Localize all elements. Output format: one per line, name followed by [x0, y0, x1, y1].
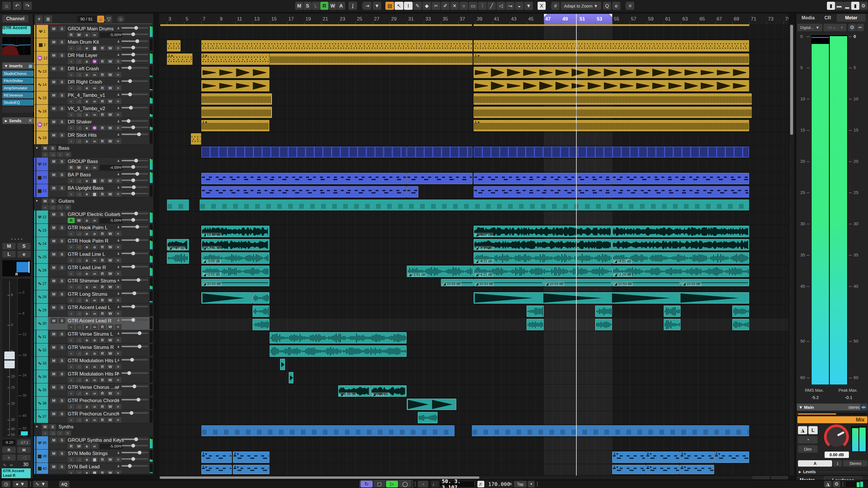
clip[interactable] [167, 40, 180, 52]
record-enable-button[interactable]: ● [68, 112, 75, 118]
mute-button[interactable]: M [50, 331, 57, 337]
track-row-vk-3-tambo-v2[interactable]: ∿16MSVK_3_Tambo_v2●◁e∞RW≡ [34, 105, 153, 118]
lane-gtr-prechorus-chords[interactable] [159, 398, 788, 411]
clip[interactable]: ◢ 10.53 dB [202, 279, 270, 286]
clip[interactable] [732, 305, 749, 317]
monitor-button[interactable]: ◁ [75, 178, 83, 184]
quantize-panel-button[interactable]: e [612, 2, 620, 10]
inserts-section-header[interactable]: ▼ Inserts ▣ [2, 62, 34, 69]
clip[interactable]: ◢ 12.46 dB [202, 239, 270, 250]
clip[interactable] [202, 107, 272, 118]
solo-button[interactable]: S [58, 385, 65, 390]
clip[interactable]: 1 ▾ [202, 54, 270, 65]
vertical-zoom-slider[interactable] [771, 476, 788, 479]
volume-slider[interactable] [117, 105, 148, 109]
read-button[interactable]: R [68, 32, 75, 38]
lanes-icon[interactable]: ≡ [115, 351, 122, 356]
listen-enable-button[interactable]: L [808, 426, 818, 434]
volume-knob[interactable] [128, 464, 132, 468]
write-button[interactable]: W [107, 284, 114, 290]
lane-gtr-verse-chorus-ar[interactable]: ◢ 9.99 dB◢ 9.99 dB [159, 385, 788, 398]
lane-gtr-lead-line-r[interactable]: ◢ -1.01 dB◢ -1.01 dB◢ -4.21 dB◢ -2.29 dB [159, 265, 788, 278]
monitor-button[interactable]: ◁ [75, 271, 83, 276]
volume-slider[interactable] [117, 225, 148, 229]
tempo-track-icon[interactable]: ♬ [477, 481, 484, 487]
record-enable-button[interactable]: ● [68, 271, 75, 276]
record-enable-button[interactable]: ● [68, 231, 75, 236]
write-button[interactable]: W [107, 191, 114, 197]
redo-button[interactable]: ↷ [23, 2, 32, 10]
write-button[interactable]: W [107, 99, 114, 104]
transport-options-icon[interactable]: ⋮ [414, 481, 416, 487]
read-button[interactable]: R [68, 444, 75, 449]
lane-group-main-drums[interactable] [159, 26, 788, 39]
solo-button[interactable]: S [58, 371, 65, 377]
clip[interactable] [474, 186, 749, 197]
lane-main-drum-kit[interactable] [159, 39, 788, 53]
cycle-button[interactable]: ↻ [361, 481, 373, 487]
solo-button[interactable]: S [49, 145, 56, 151]
levels-section-header[interactable]: ► Levels [798, 469, 816, 474]
read-button[interactable]: R [68, 165, 75, 170]
lane-gtr-modulation-hits-r[interactable] [159, 371, 788, 385]
edit-channel-button[interactable]: e [83, 99, 90, 104]
write-button[interactable]: W [75, 165, 83, 170]
monitor-button[interactable]: ◁ [49, 205, 56, 210]
sends-section-header[interactable]: ► Sends ⇱ [2, 118, 34, 124]
solo-button[interactable]: S [58, 318, 65, 324]
mute-button[interactable]: M [50, 437, 57, 443]
insert-slot-studioeq[interactable]: StudioEQ [2, 99, 34, 105]
mute-button[interactable]: M [42, 198, 49, 204]
folder-open-icon[interactable]: ▾ [36, 424, 38, 429]
group-edit-button[interactable]: = [57, 205, 64, 210]
mute-button[interactable]: M [50, 278, 57, 284]
read-button[interactable]: R [99, 311, 106, 316]
clip[interactable] [474, 93, 752, 105]
lanes-icon[interactable]: ≡ [115, 138, 122, 144]
preroll-button[interactable]: ◑ [418, 481, 428, 487]
stereo-icon[interactable]: ∞ [91, 218, 98, 223]
sampler-icon[interactable]: ♒ [91, 59, 98, 64]
volume-knob[interactable] [128, 79, 132, 83]
clip[interactable] [474, 107, 752, 118]
monitor-button[interactable]: ◁ [75, 404, 83, 410]
clip[interactable] [270, 332, 406, 344]
channel-config-icon[interactable]: ∞ [91, 297, 98, 303]
write-button[interactable]: W [107, 377, 114, 383]
volume-knob[interactable] [131, 252, 135, 255]
channel-config-icon[interactable]: ∞ [91, 324, 98, 330]
clip[interactable] [527, 319, 544, 330]
instrument-icon[interactable]: ▦ [91, 457, 98, 462]
clip[interactable]: 1 ▾ [202, 120, 270, 131]
edit-channel-button[interactable]: e [83, 351, 90, 356]
lane-gtr-lead-line-l[interactable]: ◢ -1.01 dB◢ -4.21 dB◢ -4.21 dB [159, 252, 788, 265]
vertical-scrollbar[interactable] [789, 24, 794, 475]
lanes-icon[interactable]: ≡ [115, 72, 122, 77]
mute-button[interactable]: M [50, 345, 57, 350]
lanes-icon[interactable]: ≡ [115, 404, 122, 410]
solo-button[interactable]: S [58, 345, 65, 350]
color-tool[interactable]: ◒ [515, 2, 524, 10]
mute-button[interactable]: M [50, 119, 57, 125]
volume-knob[interactable] [130, 411, 133, 415]
pan-slider[interactable] [117, 218, 148, 222]
monitor-button[interactable]: ◁ [75, 391, 83, 396]
clip[interactable] [202, 425, 455, 436]
read-button[interactable]: R [99, 271, 106, 276]
grid-type-dropdown[interactable]: Adapt to Zoom ▼ [561, 2, 601, 10]
edit-channel-button[interactable]: e [83, 45, 90, 51]
monitor-button[interactable]: ◁ [49, 152, 56, 157]
record-enable-button[interactable]: ● [68, 244, 75, 250]
edit-channel-button[interactable]: e [83, 470, 90, 474]
record-enable-button[interactable]: ● [68, 284, 75, 290]
record-enable-button[interactable]: ● [68, 178, 75, 184]
suspend-automation-button[interactable]: A [337, 2, 345, 10]
mute-button[interactable]: M [42, 424, 49, 430]
track-row-gtr-accent-lead-l[interactable]: ∿29MSGTR Accent Lead L●◁e∞RW≡ [34, 303, 153, 317]
instrument-icon[interactable]: ▦ [91, 178, 98, 184]
clip[interactable]: 2 ▾ [646, 452, 680, 463]
pan-slider[interactable] [117, 59, 148, 63]
mute-button[interactable]: M [50, 238, 57, 244]
clip[interactable] [202, 186, 406, 197]
folder-track-guitars[interactable]: ▾MSGuitars●◁=≋ [34, 197, 153, 210]
